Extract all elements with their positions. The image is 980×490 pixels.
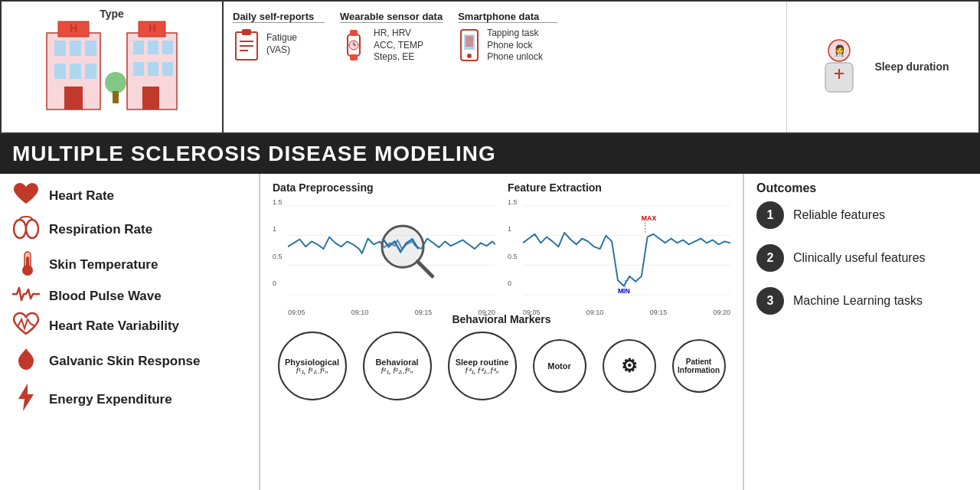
outcome-label-2: Clinically useful features	[793, 251, 926, 265]
data-preprocessing-section: Data Preprocessing 1.5 1 0.5 0	[273, 181, 495, 304]
feature-extraction-title: Feature Extraction	[508, 181, 730, 194]
energy-icon	[12, 382, 40, 417]
outcomes-section: Outcomes 1 Reliable features 2 Clinicall…	[756, 181, 968, 315]
hospital-illustration: H H	[43, 18, 181, 117]
top-section: Type H H	[0, 0, 980, 134]
wearable-col: Wearable sensor data HR, HRVACC, TEMPSte…	[340, 11, 443, 126]
gear-circle: ⚙	[603, 339, 656, 393]
smartphone-col: Smartphone data Tapping taskPhone lockPh…	[458, 11, 557, 126]
outcome-label-1: Reliable features	[793, 208, 885, 222]
thermometer-icon	[12, 249, 40, 281]
preprocessing-x-labels: 09:05 09:10 09:15 09:20	[273, 309, 495, 316]
top-center: Daily self-reports Fatigue(VAS) Wearable…	[224, 2, 787, 132]
outcome-number-3: 3	[756, 287, 784, 315]
svg-rect-18	[162, 41, 173, 54]
data-preprocessing-title: Data Preprocessing	[273, 181, 495, 194]
svg-text:👩‍⚕️: 👩‍⚕️	[833, 44, 847, 57]
phone-icon	[458, 28, 481, 62]
behavioral-markers-section: Behavioral Markers Physiological f¹₁, f¹…	[273, 313, 730, 400]
outcome-label-3: Machine Learning tasks	[793, 294, 923, 308]
right-panel: Outcomes 1 Reliable features 2 Clinicall…	[743, 174, 980, 490]
energy-label: Energy Expenditure	[49, 392, 172, 407]
feature-chart-svg: MAX MIN	[508, 197, 730, 304]
svg-rect-19	[133, 62, 144, 76]
outcome-item-1: 1 Reliable features	[756, 201, 968, 229]
top-right: 👩‍⚕️ Sleep duration	[787, 2, 978, 132]
smartphone-item: Tapping taskPhone lockPhone unlock	[458, 28, 543, 64]
hrv-label: Heart Rate Variability	[49, 318, 179, 334]
gsr-icon	[12, 345, 40, 377]
svg-rect-3	[54, 41, 66, 56]
preprocessing-chart-svg	[273, 197, 495, 304]
sensor-blood-pulse: Blood Pulse Wave	[12, 286, 247, 307]
svg-point-44	[26, 220, 38, 238]
bottom-content: Heart Rate Respiration Rate	[0, 174, 980, 490]
motor-circle: Motor	[533, 339, 586, 393]
watch-icon	[340, 28, 368, 62]
sensor-energy: Energy Expenditure	[12, 382, 247, 417]
physiological-circle: Physiological f¹₁, f¹₂..f¹ₙ	[278, 332, 347, 400]
bottom-section: MULTIPLE SCLEROSIS DISEASE MODELING Hear…	[0, 134, 980, 490]
svg-rect-6	[54, 64, 66, 79]
respiration-rate-label: Respiration Rate	[49, 222, 152, 237]
sensor-gsr: Galvanic Skin Response	[12, 345, 247, 377]
behavioral-circles: Physiological f¹₁, f¹₂..f¹ₙ Behavioral f…	[273, 332, 730, 400]
outcomes-list: 1 Reliable features 2 Clinically useful …	[756, 201, 968, 315]
heart-rate-label: Heart Rate	[49, 188, 114, 204]
middle-panel: Data Preprocessing 1.5 1 0.5 0	[260, 174, 743, 490]
svg-point-43	[14, 220, 26, 238]
pulse-wave-icon	[12, 286, 40, 307]
svg-rect-7	[70, 64, 81, 79]
svg-line-53	[417, 262, 432, 276]
smartphone-header: Smartphone data	[458, 11, 557, 23]
svg-rect-11	[113, 91, 119, 103]
outcomes-title: Outcomes	[756, 181, 968, 195]
svg-rect-5	[85, 41, 96, 56]
feature-extraction-section: Feature Extraction 1.5 1 0.5 0	[508, 181, 730, 304]
sensor-respiration-rate: Respiration Rate	[12, 215, 247, 244]
heart-rate-icon	[12, 181, 40, 211]
svg-text:H: H	[70, 22, 77, 34]
sensor-skin-temp: Skin Temperature	[12, 249, 247, 281]
gear-icon: ⚙	[621, 355, 638, 377]
skin-temp-label: Skin Temperature	[49, 257, 158, 273]
type-label: Type	[100, 8, 124, 20]
svg-rect-36	[466, 36, 473, 47]
svg-rect-20	[148, 62, 158, 76]
svg-rect-21	[162, 62, 173, 76]
sensor-heart-rate: Heart Rate	[12, 181, 247, 211]
charts-row: Data Preprocessing 1.5 1 0.5 0	[273, 181, 730, 304]
outcome-number-2: 2	[756, 244, 784, 272]
outcome-item-3: 3 Machine Learning tasks	[756, 287, 968, 315]
top-left-type: Type H H	[2, 2, 224, 132]
wearable-item: HR, HRVACC, TEMPSteps, EE	[340, 28, 423, 64]
preprocessing-y-labels: 1.5 1 0.5 0	[273, 197, 283, 289]
preprocessing-chart-container: 1.5 1 0.5 0	[273, 197, 495, 304]
sleep-text: Sleep duration	[874, 60, 949, 74]
patient-info-circle: PatientInformation	[672, 339, 726, 393]
daily-self-reports-col: Daily self-reports Fatigue(VAS)	[233, 11, 325, 126]
sensor-hrv: Heart Rate Variability	[12, 312, 247, 341]
svg-text:H: H	[149, 22, 156, 34]
sleep-routine-circle: Sleep routine f⁴₁, f⁴₂..f⁴ₙ	[448, 332, 517, 400]
left-panel: Heart Rate Respiration Rate	[0, 174, 260, 490]
wearable-specs-text: HR, HRVACC, TEMPSteps, EE	[374, 28, 423, 64]
clipboard-icon	[233, 28, 260, 61]
daily-self-reports-header: Daily self-reports	[233, 11, 325, 23]
feature-chart-container: 1.5 1 0.5 0 M	[508, 197, 730, 304]
gsr-label: Galvanic Skin Response	[49, 354, 200, 369]
svg-rect-17	[148, 41, 158, 54]
behavioral-circle: Behavioral f²₁, f²₂..f²ₙ	[363, 332, 432, 400]
doctor-icon: 👩‍⚕️	[816, 37, 862, 98]
main-title: MULTIPLE SCLEROSIS DISEASE MODELING	[0, 134, 980, 174]
svg-rect-24	[242, 29, 251, 35]
svg-rect-9	[64, 87, 83, 109]
fatigue-text: Fatigue(VAS)	[266, 32, 297, 56]
svg-rect-30	[350, 54, 358, 60]
svg-text:MAX: MAX	[642, 214, 657, 222]
outcome-item-2: 2 Clinically useful features	[756, 244, 968, 272]
tapping-text: Tapping taskPhone lockPhone unlock	[487, 28, 543, 64]
svg-rect-8	[85, 64, 96, 79]
hrv-icon	[12, 312, 40, 341]
svg-rect-29	[350, 30, 358, 36]
